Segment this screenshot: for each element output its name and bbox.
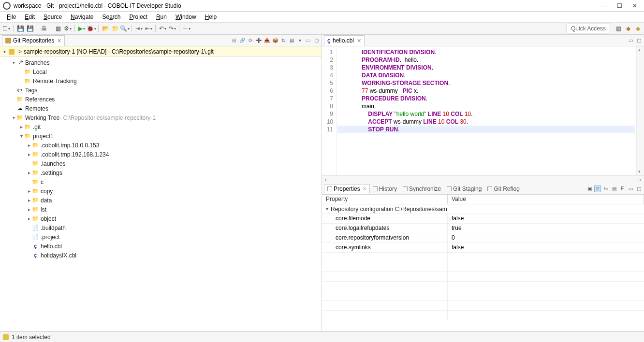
- menu-file[interactable]: File: [3, 13, 20, 21]
- menu-navigate[interactable]: Navigate: [67, 13, 97, 21]
- maximize-bottom-button[interactable]: ▢: [635, 185, 642, 192]
- view-menu-button[interactable]: ▾: [296, 37, 303, 44]
- expand-icon[interactable]: [26, 207, 32, 212]
- tree-node[interactable]: .settings: [0, 168, 322, 177]
- code-line[interactable]: 77 ws-dummy PIC x.: [337, 87, 635, 95]
- expand-icon[interactable]: [26, 170, 32, 175]
- code-line[interactable]: PROCEDURE DIVISION.: [337, 95, 635, 102]
- forward-button[interactable]: ↷: [168, 24, 176, 33]
- properties-table[interactable]: Property Value Repository configuration …: [322, 195, 644, 331]
- add-repo-button[interactable]: ➕: [255, 37, 262, 44]
- close-icon[interactable]: ✕: [357, 38, 361, 44]
- tab-properties[interactable]: Properties✕: [324, 184, 370, 194]
- code-line[interactable]: STOP RUN.: [337, 126, 635, 133]
- scroll-right-icon[interactable]: ›: [639, 176, 641, 183]
- tree-node[interactable]: c: [0, 177, 322, 186]
- menu-edit[interactable]: Edit: [21, 13, 39, 21]
- expand-icon[interactable]: [18, 124, 24, 129]
- table-row[interactable]: core.logallrefupdatestrue: [322, 224, 644, 233]
- next-annotation-button[interactable]: ⇥: [134, 24, 143, 33]
- refresh-button[interactable]: ⟳: [247, 37, 254, 44]
- expand-icon[interactable]: [18, 133, 24, 139]
- expand-icon[interactable]: [26, 188, 32, 194]
- properties-view-button-1[interactable]: ▣: [586, 185, 593, 192]
- editor-tab-hello[interactable]: ҫ hello.cbl ✕: [324, 35, 365, 46]
- tree-node[interactable]: object: [0, 214, 322, 223]
- menu-help[interactable]: Help: [201, 13, 221, 21]
- tree-node[interactable]: Remotes: [0, 104, 322, 113]
- run-button[interactable]: ▶: [77, 24, 86, 33]
- table-row[interactable]: core.filemodefalse: [322, 214, 644, 224]
- new-button[interactable]: ☐: [2, 24, 11, 33]
- expand-icon[interactable]: [26, 216, 32, 221]
- minimize-bottom-button[interactable]: ▭: [627, 185, 634, 192]
- code-line[interactable]: DATA DIVISION.: [337, 71, 635, 79]
- link-editor-button[interactable]: 🔗: [239, 37, 246, 44]
- properties-view-button-2[interactable]: ≣: [594, 185, 601, 192]
- expand-icon[interactable]: [2, 49, 7, 54]
- tree-node[interactable]: data: [0, 196, 322, 205]
- menu-search[interactable]: Search: [98, 13, 124, 21]
- tree-node[interactable]: holidaysIX.cbl: [0, 251, 322, 260]
- menu-window[interactable]: Window: [172, 13, 200, 21]
- code-line[interactable]: main.: [337, 102, 635, 110]
- create-repo-button[interactable]: 📦: [272, 37, 278, 44]
- open-type-button[interactable]: 📁: [111, 24, 119, 33]
- code-line[interactable]: WORKING-STORAGE SECTION.: [337, 79, 635, 87]
- window-minimize-button[interactable]: —: [600, 2, 607, 9]
- clone-repo-button[interactable]: 📥: [263, 37, 270, 44]
- git-repositories-tab[interactable]: Git Repositories ✕: [2, 35, 65, 46]
- code-line[interactable]: IDENTIFICATION DIVISION.: [337, 48, 635, 56]
- tab-history[interactable]: History: [370, 185, 400, 193]
- expand-icon[interactable]: [324, 206, 330, 212]
- table-row[interactable]: core.repositoryformatversion0: [322, 233, 644, 243]
- scroll-down-icon[interactable]: ▾: [638, 169, 641, 174]
- tree-node[interactable]: copy: [0, 186, 322, 196]
- minimize-view-button[interactable]: ▭: [305, 37, 311, 44]
- maximize-editor-button[interactable]: ▢: [635, 37, 642, 44]
- search-button[interactable]: 🔍: [120, 24, 129, 33]
- quick-access-input[interactable]: Quick Access: [567, 24, 610, 33]
- tree-node[interactable]: .cobolit.tmp.10.0.0.153: [0, 141, 322, 150]
- close-icon[interactable]: ✕: [57, 38, 61, 44]
- scroll-left-icon[interactable]: ‹: [325, 176, 327, 183]
- table-row[interactable]: core.symlinksfalse: [322, 243, 644, 253]
- tree-node[interactable]: Tags: [0, 86, 322, 95]
- code-line[interactable]: ENVIRONMENT DIVISION.: [337, 64, 635, 71]
- tab-git-staging[interactable]: Git Staging: [444, 185, 484, 193]
- properties-group-row[interactable]: Repository configuration C:\Repositories…: [322, 204, 644, 214]
- tab-git-reflog[interactable]: Git Reflog: [484, 185, 522, 193]
- prev-annotation-button[interactable]: ⇤: [144, 24, 153, 33]
- tree-node[interactable]: .project: [0, 232, 322, 242]
- minimize-editor-button[interactable]: ▭: [627, 37, 634, 44]
- open-folder-button[interactable]: 📂: [101, 24, 110, 33]
- last-edit-button[interactable]: →: [182, 24, 190, 33]
- code-content[interactable]: IDENTIFICATION DIVISION.PROGRAM-ID. hell…: [337, 46, 636, 175]
- expand-icon[interactable]: [11, 60, 16, 65]
- save-all-button[interactable]: 💾: [26, 24, 34, 33]
- perspective-open-button[interactable]: ▦: [614, 24, 623, 33]
- build-button[interactable]: ⚙: [63, 24, 72, 33]
- perspective-git-button[interactable]: ◆: [624, 24, 632, 33]
- column-property[interactable]: Property: [322, 195, 448, 204]
- collapse-all-button[interactable]: ⊟: [231, 37, 237, 44]
- expand-icon[interactable]: [26, 142, 32, 148]
- back-button[interactable]: ↶: [158, 24, 167, 33]
- toggle-button[interactable]: ▦: [54, 24, 62, 33]
- print-button[interactable]: 🖶: [40, 24, 48, 33]
- horizontal-scrollbar[interactable]: ‹ ›: [322, 175, 644, 183]
- tab-synchronize[interactable]: Synchronize: [400, 185, 444, 193]
- debug-button[interactable]: 🐞: [87, 24, 96, 33]
- window-maximize-button[interactable]: ☐: [616, 2, 623, 9]
- repository-tree[interactable]: BranchesLocalRemote TrackingTagsReferenc…: [0, 57, 322, 331]
- scroll-up-icon[interactable]: ▴: [638, 47, 641, 52]
- tree-node[interactable]: .launches: [0, 159, 322, 168]
- tree-node[interactable]: Working Tree - C:\Repositories\sample-re…: [0, 113, 322, 122]
- code-editor[interactable]: 1234567891011 IDENTIFICATION DIVISION.PR…: [322, 46, 644, 175]
- code-line[interactable]: ACCEPT ws-dummy LINE 10 COL 30.: [337, 118, 635, 126]
- expand-icon[interactable]: [11, 115, 16, 120]
- expand-icon[interactable]: [26, 198, 32, 203]
- expand-icon[interactable]: [26, 152, 32, 157]
- properties-view-button-4[interactable]: ▤: [611, 185, 617, 192]
- maximize-view-button[interactable]: ▢: [313, 37, 320, 44]
